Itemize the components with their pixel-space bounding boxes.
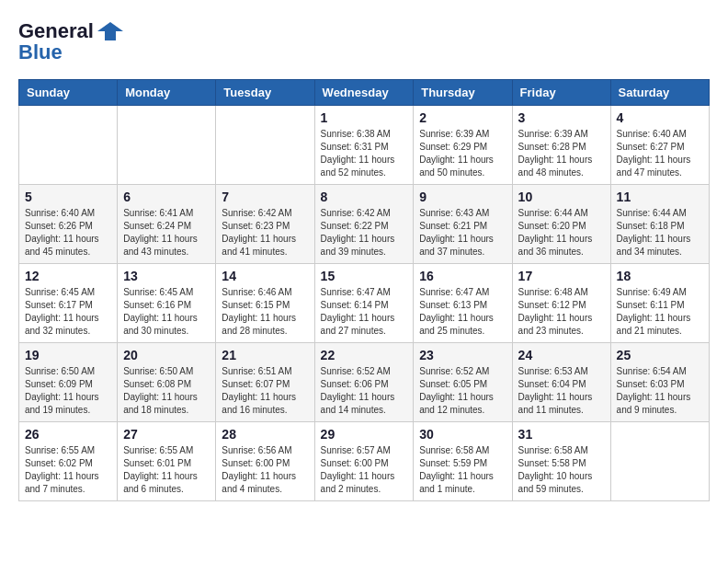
- day-number: 16: [419, 269, 506, 283]
- calendar-cell: 16Sunrise: 6:47 AM Sunset: 6:13 PM Dayli…: [414, 264, 512, 343]
- day-info: Sunrise: 6:49 AM Sunset: 6:11 PM Dayligh…: [617, 286, 703, 338]
- day-info: Sunrise: 6:47 AM Sunset: 6:14 PM Dayligh…: [321, 286, 408, 338]
- day-info: Sunrise: 6:52 AM Sunset: 6:05 PM Dayligh…: [419, 365, 506, 417]
- day-info: Sunrise: 6:38 AM Sunset: 6:31 PM Dayligh…: [321, 128, 408, 179]
- day-info: Sunrise: 6:45 AM Sunset: 6:16 PM Dayligh…: [123, 286, 210, 338]
- day-number: 18: [617, 269, 703, 283]
- day-number: 7: [222, 190, 308, 204]
- day-info: Sunrise: 6:50 AM Sunset: 6:09 PM Dayligh…: [25, 365, 111, 417]
- calendar-cell: 17Sunrise: 6:48 AM Sunset: 6:12 PM Dayli…: [512, 264, 610, 343]
- calendar-cell: [216, 106, 314, 185]
- calendar-cell: 24Sunrise: 6:53 AM Sunset: 6:04 PM Dayli…: [512, 343, 610, 422]
- day-number: 26: [25, 427, 111, 442]
- calendar-cell: 20Sunrise: 6:50 AM Sunset: 6:08 PM Dayli…: [118, 343, 216, 422]
- calendar-header-sunday: Sunday: [19, 80, 118, 106]
- day-info: Sunrise: 6:51 AM Sunset: 6:07 PM Dayligh…: [222, 365, 308, 417]
- day-number: 24: [518, 348, 605, 362]
- day-number: 31: [518, 427, 605, 442]
- calendar-header-thursday: Thursday: [414, 80, 512, 106]
- day-number: 6: [123, 190, 210, 204]
- logo-bird-icon: [97, 18, 123, 44]
- calendar-cell: 5Sunrise: 6:40 AM Sunset: 6:26 PM Daylig…: [19, 185, 118, 264]
- day-info: Sunrise: 6:42 AM Sunset: 6:22 PM Dayligh…: [321, 207, 408, 259]
- calendar-cell: 6Sunrise: 6:41 AM Sunset: 6:24 PM Daylig…: [118, 185, 216, 264]
- calendar-week-row: 26Sunrise: 6:55 AM Sunset: 6:02 PM Dayli…: [19, 422, 710, 501]
- day-info: Sunrise: 6:53 AM Sunset: 6:04 PM Dayligh…: [518, 365, 605, 417]
- calendar-week-row: 1Sunrise: 6:38 AM Sunset: 6:31 PM Daylig…: [19, 106, 710, 185]
- calendar-cell: 10Sunrise: 6:44 AM Sunset: 6:20 PM Dayli…: [512, 185, 610, 264]
- calendar-week-row: 5Sunrise: 6:40 AM Sunset: 6:26 PM Daylig…: [19, 185, 710, 264]
- day-number: 30: [419, 427, 506, 442]
- day-info: Sunrise: 6:58 AM Sunset: 5:58 PM Dayligh…: [518, 444, 605, 496]
- day-info: Sunrise: 6:46 AM Sunset: 6:15 PM Dayligh…: [222, 286, 308, 338]
- day-number: 2: [419, 110, 506, 125]
- calendar-cell: [118, 106, 216, 185]
- svg-marker-0: [97, 22, 123, 40]
- calendar-cell: 8Sunrise: 6:42 AM Sunset: 6:22 PM Daylig…: [314, 185, 414, 264]
- day-number: 13: [123, 269, 210, 283]
- day-number: 23: [419, 348, 506, 362]
- calendar-cell: 14Sunrise: 6:46 AM Sunset: 6:15 PM Dayli…: [216, 264, 314, 343]
- day-info: Sunrise: 6:56 AM Sunset: 6:00 PM Dayligh…: [222, 444, 308, 496]
- logo-blue: Blue: [18, 40, 63, 64]
- day-number: 12: [25, 269, 111, 283]
- calendar-week-row: 12Sunrise: 6:45 AM Sunset: 6:17 PM Dayli…: [19, 264, 710, 343]
- day-number: 4: [617, 110, 703, 125]
- day-info: Sunrise: 6:44 AM Sunset: 6:18 PM Dayligh…: [617, 207, 703, 259]
- day-number: 19: [25, 348, 111, 362]
- calendar-week-row: 19Sunrise: 6:50 AM Sunset: 6:09 PM Dayli…: [19, 343, 710, 422]
- calendar-header-monday: Monday: [118, 80, 216, 106]
- day-info: Sunrise: 6:52 AM Sunset: 6:06 PM Dayligh…: [321, 365, 408, 417]
- day-number: 10: [518, 190, 605, 204]
- day-info: Sunrise: 6:58 AM Sunset: 5:59 PM Dayligh…: [419, 444, 506, 496]
- day-info: Sunrise: 6:39 AM Sunset: 6:29 PM Dayligh…: [419, 128, 506, 179]
- day-info: Sunrise: 6:47 AM Sunset: 6:13 PM Dayligh…: [419, 286, 506, 338]
- day-number: 8: [321, 190, 408, 204]
- calendar-cell: 13Sunrise: 6:45 AM Sunset: 6:16 PM Dayli…: [118, 264, 216, 343]
- day-info: Sunrise: 6:40 AM Sunset: 6:26 PM Dayligh…: [25, 207, 111, 259]
- calendar-header-friday: Friday: [512, 80, 610, 106]
- day-info: Sunrise: 6:50 AM Sunset: 6:08 PM Dayligh…: [123, 365, 210, 417]
- calendar-cell: 11Sunrise: 6:44 AM Sunset: 6:18 PM Dayli…: [610, 185, 709, 264]
- day-number: 29: [321, 427, 408, 442]
- day-info: Sunrise: 6:39 AM Sunset: 6:28 PM Dayligh…: [518, 128, 605, 179]
- calendar-cell: 4Sunrise: 6:40 AM Sunset: 6:27 PM Daylig…: [610, 106, 709, 185]
- calendar-cell: 19Sunrise: 6:50 AM Sunset: 6:09 PM Dayli…: [19, 343, 118, 422]
- calendar-header-row: SundayMondayTuesdayWednesdayThursdayFrid…: [19, 80, 710, 106]
- day-number: 5: [25, 190, 111, 204]
- calendar-cell: 25Sunrise: 6:54 AM Sunset: 6:03 PM Dayli…: [610, 343, 709, 422]
- day-number: 20: [123, 348, 210, 362]
- calendar-cell: 7Sunrise: 6:42 AM Sunset: 6:23 PM Daylig…: [216, 185, 314, 264]
- calendar-header-tuesday: Tuesday: [216, 80, 314, 106]
- day-number: 15: [321, 269, 408, 283]
- day-number: 25: [617, 348, 703, 362]
- day-number: 14: [222, 269, 308, 283]
- calendar-cell: 26Sunrise: 6:55 AM Sunset: 6:02 PM Dayli…: [19, 422, 118, 501]
- day-number: 28: [222, 427, 308, 442]
- day-info: Sunrise: 6:44 AM Sunset: 6:20 PM Dayligh…: [518, 207, 605, 259]
- calendar-cell: 1Sunrise: 6:38 AM Sunset: 6:31 PM Daylig…: [314, 106, 414, 185]
- day-info: Sunrise: 6:55 AM Sunset: 6:02 PM Dayligh…: [25, 444, 111, 496]
- calendar-table: SundayMondayTuesdayWednesdayThursdayFrid…: [18, 79, 710, 501]
- calendar-header-wednesday: Wednesday: [314, 80, 414, 106]
- day-number: 11: [617, 190, 703, 204]
- calendar-cell: 21Sunrise: 6:51 AM Sunset: 6:07 PM Dayli…: [216, 343, 314, 422]
- calendar-cell: 31Sunrise: 6:58 AM Sunset: 5:58 PM Dayli…: [512, 422, 610, 501]
- day-info: Sunrise: 6:40 AM Sunset: 6:27 PM Dayligh…: [617, 128, 703, 179]
- calendar-cell: 2Sunrise: 6:39 AM Sunset: 6:29 PM Daylig…: [414, 106, 512, 185]
- calendar-cell: 22Sunrise: 6:52 AM Sunset: 6:06 PM Dayli…: [314, 343, 414, 422]
- calendar-cell: 23Sunrise: 6:52 AM Sunset: 6:05 PM Dayli…: [414, 343, 512, 422]
- day-number: 9: [419, 190, 506, 204]
- calendar-cell: 9Sunrise: 6:43 AM Sunset: 6:21 PM Daylig…: [414, 185, 512, 264]
- day-info: Sunrise: 6:43 AM Sunset: 6:21 PM Dayligh…: [419, 207, 506, 259]
- calendar-cell: 3Sunrise: 6:39 AM Sunset: 6:28 PM Daylig…: [512, 106, 610, 185]
- day-info: Sunrise: 6:48 AM Sunset: 6:12 PM Dayligh…: [518, 286, 605, 338]
- day-info: Sunrise: 6:45 AM Sunset: 6:17 PM Dayligh…: [25, 286, 111, 338]
- calendar-cell: 15Sunrise: 6:47 AM Sunset: 6:14 PM Dayli…: [314, 264, 414, 343]
- day-number: 1: [321, 110, 408, 125]
- logo: General Blue: [18, 18, 123, 64]
- calendar-cell: 18Sunrise: 6:49 AM Sunset: 6:11 PM Dayli…: [610, 264, 709, 343]
- calendar-cell: 27Sunrise: 6:55 AM Sunset: 6:01 PM Dayli…: [118, 422, 216, 501]
- calendar-cell: 29Sunrise: 6:57 AM Sunset: 6:00 PM Dayli…: [314, 422, 414, 501]
- page-header: General Blue: [18, 18, 710, 64]
